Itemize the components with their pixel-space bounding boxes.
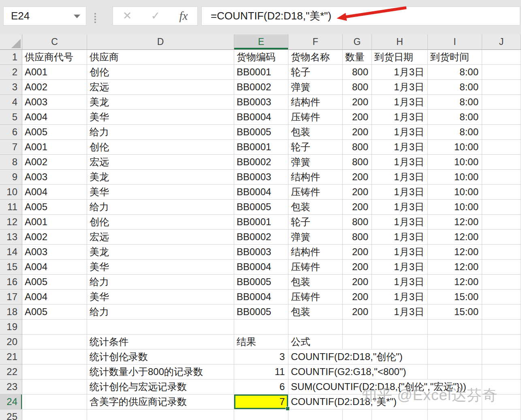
row-header-9[interactable]: 9 xyxy=(0,170,22,185)
cell-F24[interactable]: COUNTIF(D2:D18,"美*") xyxy=(288,394,343,409)
cell-D24[interactable]: 含美字的供应商记录数 xyxy=(87,394,234,409)
column-header-E[interactable]: E xyxy=(234,34,288,50)
cell-G2[interactable]: 800 xyxy=(343,65,372,80)
row-header-23[interactable]: 23 xyxy=(0,379,22,394)
cell-D19[interactable] xyxy=(87,320,234,335)
column-header-C[interactable]: C xyxy=(22,34,87,50)
cell-F21[interactable]: COUNTIF(D2:D18,"创伦") xyxy=(288,350,343,365)
cell-F14[interactable]: 结构件 xyxy=(288,245,343,260)
cell-F3[interactable]: 弹簧 xyxy=(288,80,343,95)
cell-D21[interactable]: 统计创伦录数 xyxy=(87,350,234,365)
cell-D1[interactable]: 供应商 xyxy=(87,50,234,65)
cell-F6[interactable]: 包装 xyxy=(288,125,343,140)
cell-J3[interactable] xyxy=(482,80,521,95)
cell-I16[interactable]: 12:00 xyxy=(428,275,482,290)
cell-D15[interactable]: 美华 xyxy=(87,260,234,275)
row-header-14[interactable]: 14 xyxy=(0,245,22,260)
cell-E21[interactable]: 3 xyxy=(234,350,288,365)
cell-C1[interactable]: 供应商代号 xyxy=(22,50,87,65)
cell-J20[interactable] xyxy=(482,335,521,350)
cell-C13[interactable]: A002 xyxy=(22,230,87,245)
cell-G19[interactable] xyxy=(343,320,372,335)
cell-C25[interactable] xyxy=(22,409,87,420)
cell-H2[interactable]: 1月3日 xyxy=(372,65,428,80)
cell-I2[interactable]: 8:00 xyxy=(428,65,482,80)
cell-J9[interactable] xyxy=(482,170,521,185)
cell-C20[interactable] xyxy=(22,335,87,350)
cell-E3[interactable]: BB0002 xyxy=(234,80,288,95)
cell-G1[interactable]: 数量 xyxy=(343,50,372,65)
row-header-5[interactable]: 5 xyxy=(0,110,22,125)
cell-I8[interactable]: 10:00 xyxy=(428,155,482,170)
cell-G11[interactable]: 200 xyxy=(343,200,372,215)
row-header-2[interactable]: 2 xyxy=(0,65,22,80)
cell-F23[interactable]: SUM(COUNTIF(D2:D18,{"创伦","宏远"})) xyxy=(288,379,343,394)
column-header-H[interactable]: H xyxy=(372,34,428,50)
cell-D25[interactable] xyxy=(87,409,234,420)
cell-G9[interactable]: 200 xyxy=(343,170,372,185)
cell-D3[interactable]: 宏远 xyxy=(87,80,234,95)
cell-I25[interactable] xyxy=(428,409,482,420)
cancel-icon[interactable]: ✕ xyxy=(123,7,132,25)
cell-F9[interactable]: 结构件 xyxy=(288,170,343,185)
cell-G5[interactable]: 200 xyxy=(343,110,372,125)
cell-H15[interactable]: 1月3日 xyxy=(372,260,428,275)
cell-E7[interactable]: BB0001 xyxy=(234,140,288,155)
cell-E19[interactable] xyxy=(234,320,288,335)
row-header-6[interactable]: 6 xyxy=(0,125,22,140)
cell-E11[interactable]: BB0005 xyxy=(234,200,288,215)
cell-J14[interactable] xyxy=(482,245,521,260)
cell-F11[interactable]: 包装 xyxy=(288,200,343,215)
cell-J22[interactable] xyxy=(482,365,521,379)
cell-I18[interactable]: 15:00 xyxy=(428,305,482,320)
cell-J21[interactable] xyxy=(482,350,521,365)
cell-F25[interactable] xyxy=(288,409,343,420)
cell-F8[interactable]: 弹簧 xyxy=(288,155,343,170)
cell-H11[interactable]: 1月3日 xyxy=(372,200,428,215)
row-header-20[interactable]: 20 xyxy=(0,335,22,350)
cell-D5[interactable]: 美华 xyxy=(87,110,234,125)
cell-D10[interactable]: 美华 xyxy=(87,185,234,200)
column-header-J[interactable]: J xyxy=(482,34,521,50)
cell-H20[interactable] xyxy=(372,335,428,350)
cell-E15[interactable]: BB0004 xyxy=(234,260,288,275)
cell-E13[interactable]: BB0002 xyxy=(234,230,288,245)
column-header-D[interactable]: D xyxy=(87,34,234,50)
cell-I5[interactable]: 8:00 xyxy=(428,110,482,125)
row-header-25[interactable]: 25 xyxy=(0,409,22,420)
cell-I12[interactable]: 12:00 xyxy=(428,215,482,230)
cell-H5[interactable]: 1月3日 xyxy=(372,110,428,125)
cell-G13[interactable]: 800 xyxy=(343,230,372,245)
cell-C3[interactable]: A002 xyxy=(22,80,87,95)
cell-F22[interactable]: COUNTIF(G2:G18,"<800") xyxy=(288,365,343,379)
cell-E16[interactable]: BB0005 xyxy=(234,275,288,290)
row-header-15[interactable]: 15 xyxy=(0,260,22,275)
cell-E17[interactable]: BB0004 xyxy=(234,290,288,305)
cell-E23[interactable]: 6 xyxy=(234,379,288,394)
row-header-22[interactable]: 22 xyxy=(0,365,22,379)
cell-H14[interactable]: 1月3日 xyxy=(372,245,428,260)
row-header-1[interactable]: 1 xyxy=(0,50,22,65)
cell-E9[interactable]: BB0003 xyxy=(234,170,288,185)
row-header-7[interactable]: 7 xyxy=(0,140,22,155)
cell-J11[interactable] xyxy=(482,200,521,215)
cell-J17[interactable] xyxy=(482,290,521,305)
cell-C10[interactable]: A004 xyxy=(22,185,87,200)
row-header-11[interactable]: 11 xyxy=(0,200,22,215)
cell-J12[interactable] xyxy=(482,215,521,230)
row-header-13[interactable]: 13 xyxy=(0,230,22,245)
cell-H17[interactable]: 1月3日 xyxy=(372,290,428,305)
row-header-12[interactable]: 12 xyxy=(0,215,22,230)
cell-I4[interactable]: 8:00 xyxy=(428,95,482,110)
cell-F2[interactable]: 轮子 xyxy=(288,65,343,80)
cell-I17[interactable]: 15:00 xyxy=(428,290,482,305)
cell-C9[interactable]: A003 xyxy=(22,170,87,185)
row-header-4[interactable]: 4 xyxy=(0,95,22,110)
cell-F20[interactable]: 公式 xyxy=(288,335,343,350)
cell-E2[interactable]: BB0001 xyxy=(234,65,288,80)
cell-D2[interactable]: 创伦 xyxy=(87,65,234,80)
cell-I9[interactable]: 10:00 xyxy=(428,170,482,185)
cell-C19[interactable] xyxy=(22,320,87,335)
cell-D22[interactable]: 统计数量小于800的记录数 xyxy=(87,365,234,379)
row-header-16[interactable]: 16 xyxy=(0,275,22,290)
